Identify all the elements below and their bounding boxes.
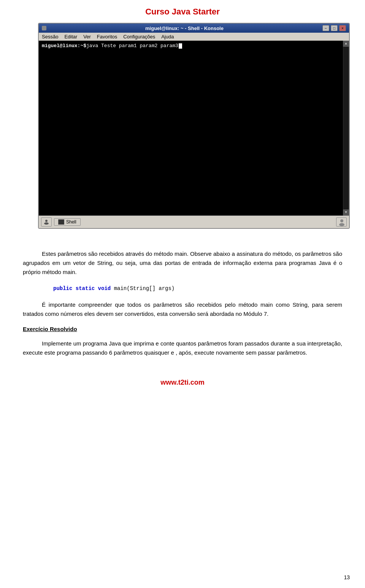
terminal-menu-configuracoes[interactable]: Configurações <box>123 34 155 40</box>
terminal-title-text: miguel@linux: ~ - Shell - Konsole <box>46 25 322 31</box>
paragraph-1: Estes parâmetros são recebidos através d… <box>23 249 342 277</box>
content-area: Estes parâmetros são recebidos através d… <box>0 240 365 371</box>
terminal-titlebar-left <box>42 26 46 30</box>
terminal-menu-sessao[interactable]: Sessão <box>42 34 58 40</box>
terminal-window-icon <box>42 26 46 30</box>
terminal-prompt: miguel@linux:~$ <box>42 43 86 49</box>
svg-point-1 <box>44 222 49 225</box>
terminal-tab-label: Shell <box>66 219 76 225</box>
terminal-titlebar: miguel@linux: ~ - Shell - Konsole − □ × <box>39 24 349 33</box>
svg-point-3 <box>339 223 344 226</box>
terminal-user-icon <box>336 218 347 227</box>
code-rest: main(String[] args) <box>111 285 175 292</box>
terminal-taskbar: Shell <box>39 216 349 228</box>
terminal-close-button[interactable]: × <box>339 25 346 31</box>
terminal-person-icon <box>43 219 50 225</box>
page-number: 13 <box>344 574 350 580</box>
paragraph-3: Implemente um programa Java que imprima … <box>23 339 342 357</box>
svg-point-2 <box>340 219 343 222</box>
terminal-screen: miguel@linux:~$ java Teste param1 param2… <box>39 41 349 216</box>
code-block: public static void main(String[] args) <box>53 284 342 293</box>
terminal-cursor <box>179 43 182 49</box>
terminal-menu-ajuda[interactable]: Ajuda <box>161 34 174 40</box>
terminal-command-line: miguel@linux:~$ java Teste param1 param2… <box>42 43 346 49</box>
svg-point-0 <box>45 220 48 222</box>
terminal-menu-favoritos[interactable]: Favoritos <box>97 34 117 40</box>
terminal-menubar: Sessão Editar Ver Favoritos Configuraçõe… <box>39 33 349 41</box>
terminal-menu-ver[interactable]: Ver <box>83 34 91 40</box>
terminal-scrollbar[interactable]: ▲ ▼ <box>343 41 349 216</box>
terminal-scroll-track <box>343 47 349 209</box>
terminal-taskbar-right-btn[interactable] <box>336 217 347 227</box>
paragraph-2: É importante compreender que todos os pa… <box>23 300 342 319</box>
section-heading: Exercício Resolvido <box>23 325 342 334</box>
code-keyword: public static void <box>53 285 111 292</box>
terminal-scroll-up[interactable]: ▲ <box>343 41 349 47</box>
terminal-tab-icon <box>58 219 64 225</box>
page-title: Curso Java Starter <box>0 0 365 23</box>
terminal-window: miguel@linux: ~ - Shell - Konsole − □ × … <box>19 23 346 229</box>
terminal-titlebar-controls[interactable]: − □ × <box>322 25 346 31</box>
terminal-command-text: java Teste param1 param2 param3 <box>86 43 178 49</box>
terminal-taskbar-icon-btn[interactable] <box>41 217 52 227</box>
terminal-frame: miguel@linux: ~ - Shell - Konsole − □ × … <box>38 23 350 229</box>
terminal-tab[interactable]: Shell <box>54 218 81 226</box>
footer-url: www.t2ti.com <box>0 371 365 390</box>
terminal-scroll-down[interactable]: ▼ <box>343 209 349 216</box>
terminal-maximize-button[interactable]: □ <box>331 25 338 31</box>
terminal-menu-editar[interactable]: Editar <box>64 34 77 40</box>
terminal-taskbar-left: Shell <box>41 217 81 227</box>
terminal-minimize-button[interactable]: − <box>322 25 329 31</box>
